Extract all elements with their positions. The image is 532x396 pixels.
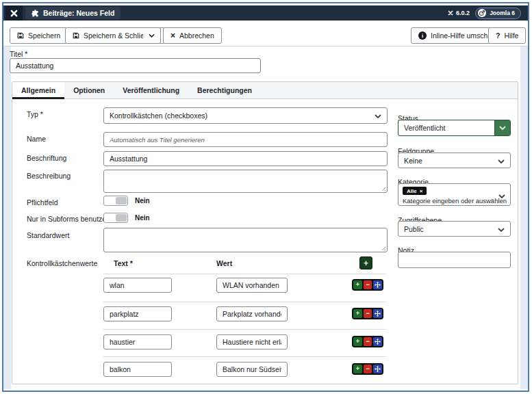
version-info: 6.0.2: [448, 5, 470, 21]
page-title: Beiträge: Neues Feld: [25, 7, 121, 19]
puzzle-icon: [31, 10, 39, 17]
tag-close-icon[interactable]: ×: [420, 188, 423, 194]
pflichtfeld-label: Pflichtfeld: [27, 198, 58, 207]
werte-row-wert-input[interactable]: [216, 278, 288, 293]
beschriftung-input[interactable]: [103, 151, 388, 166]
joomla-version-badge[interactable]: Joomla 6: [475, 8, 521, 19]
werte-row-text-input[interactable]: [103, 306, 172, 321]
info-icon: i: [418, 31, 427, 40]
werte-col-wert-header: Wert: [216, 259, 232, 267]
save-options-dropdown-button[interactable]: [143, 27, 161, 44]
chevron-down-icon: [375, 111, 381, 120]
tab-veroeffentlichung[interactable]: Veröffentlichung: [114, 82, 188, 99]
pflichtfeld-state: Nein: [135, 197, 150, 204]
pflichtfeld-toggle[interactable]: [103, 196, 128, 206]
status-select-value: Veröffentlicht: [404, 124, 446, 132]
resize-grip-icon[interactable]: [380, 185, 385, 191]
resize-grip-icon[interactable]: [380, 245, 385, 250]
name-label: Name: [27, 135, 46, 143]
kategorie-combobox[interactable]: Alle × Kategorie eingeben oder auswählen: [398, 183, 511, 206]
title-field-label: Titel *: [10, 50, 27, 58]
row-remove-button[interactable]: −: [364, 337, 372, 346]
page-title-text: Beiträge: Neues Feld: [43, 9, 114, 17]
kategorie-placeholder: Kategorie eingeben oder auswählen: [403, 197, 507, 204]
status-chevron-button[interactable]: [494, 120, 510, 135]
tabstrip: Allgemein Optionen Veröffentlichung Bere…: [12, 82, 518, 99]
row-divider: [103, 274, 386, 274]
standardwert-textarea[interactable]: [103, 228, 388, 252]
werte-row-actions: + −: [352, 308, 383, 319]
chevron-down-icon: [498, 157, 505, 165]
werte-label: Kontrollkästchenwerte: [27, 259, 97, 267]
row-divider: [103, 302, 386, 302]
werte-row-actions: + −: [352, 363, 383, 375]
tab-optionen[interactable]: Optionen: [64, 82, 114, 99]
werte-row-actions: + −: [352, 336, 383, 347]
close-icon: ×: [170, 31, 175, 40]
row-move-handle[interactable]: [373, 337, 382, 346]
werte-row-wert-input[interactable]: [216, 306, 288, 321]
toggle-knob: [116, 197, 127, 204]
name-input[interactable]: [103, 132, 388, 147]
row-add-button[interactable]: +: [353, 365, 362, 373]
kategorie-tag[interactable]: Alle ×: [403, 187, 427, 195]
toggle-knob: [116, 214, 127, 222]
subforms-label: Nur in Subforms benutzen: [27, 215, 110, 223]
row-move-handle[interactable]: [373, 280, 382, 289]
werte-row-actions: + −: [352, 279, 383, 291]
row-move-handle[interactable]: [373, 365, 382, 373]
notiz-input[interactable]: [398, 252, 511, 268]
question-icon: ?: [496, 31, 500, 40]
cancel-button[interactable]: × Abbrechen: [163, 27, 222, 44]
typ-label: Typ *: [27, 110, 43, 118]
row-divider: [103, 356, 386, 357]
feldgruppe-select[interactable]: Keine: [398, 153, 511, 168]
werte-row-text-input[interactable]: [103, 334, 172, 349]
help-button[interactable]: ? Hilfe: [488, 27, 526, 44]
tab-allgemein[interactable]: Allgemein: [12, 82, 64, 99]
joomla-badge-text: Joomla 6: [490, 10, 515, 16]
beschreibung-label: Beschreibung: [27, 172, 71, 180]
row-add-button[interactable]: +: [353, 280, 362, 289]
page-margin-right: [520, 47, 528, 389]
beschreibung-textarea[interactable]: [103, 170, 388, 193]
typ-select[interactable]: Kontrollkästchen (checkboxes): [103, 107, 388, 124]
row-remove-button[interactable]: −: [364, 280, 372, 289]
toolbar-divider: [3, 46, 528, 47]
chevron-down-icon: [149, 34, 155, 38]
kategorie-tag-label: Alle: [407, 188, 417, 194]
werte-row-text-input[interactable]: [103, 278, 172, 293]
subforms-toggle[interactable]: [103, 213, 128, 223]
help-button-label: Hilfe: [504, 31, 518, 40]
chevron-down-icon: [498, 189, 505, 201]
joomla-x-icon: [448, 10, 453, 16]
standardwert-label: Standardwert: [27, 231, 69, 239]
title-input[interactable]: [10, 58, 261, 73]
werte-add-row-button[interactable]: +: [359, 256, 372, 269]
subforms-state: Nein: [135, 214, 150, 222]
typ-select-value: Kontrollkästchen (checkboxes): [110, 111, 207, 120]
row-add-button[interactable]: +: [353, 337, 362, 346]
admin-header: Beiträge: Neues Feld 6.0.2 Joomla 6: [3, 5, 528, 21]
chevron-down-icon: [498, 225, 505, 233]
content-card: Allgemein Optionen Veröffentlichung Bere…: [12, 81, 518, 384]
werte-row-wert-input[interactable]: [216, 362, 288, 377]
row-remove-button[interactable]: −: [364, 309, 372, 318]
werte-row-wert-input[interactable]: [216, 334, 288, 349]
werte-col-text-header: Text *: [114, 259, 133, 267]
row-add-button[interactable]: +: [353, 309, 362, 318]
row-remove-button[interactable]: −: [364, 365, 372, 373]
row-divider: [103, 329, 386, 330]
version-text: 6.0.2: [456, 10, 470, 16]
zugriffsebene-select[interactable]: Public: [398, 221, 511, 237]
row-move-handle[interactable]: [373, 309, 382, 318]
save-icon: [17, 32, 24, 39]
cancel-button-label: Abbrechen: [179, 31, 214, 40]
werte-row-text-input[interactable]: [103, 362, 172, 377]
external-link-icon: [478, 9, 486, 17]
status-select[interactable]: Veröffentlicht: [398, 120, 511, 136]
save-button[interactable]: Speichern: [10, 27, 68, 44]
tab-berechtigungen[interactable]: Berechtigungen: [188, 82, 261, 99]
beschriftung-label: Beschriftung: [27, 154, 66, 162]
save-button-label: Speichern: [28, 31, 60, 40]
